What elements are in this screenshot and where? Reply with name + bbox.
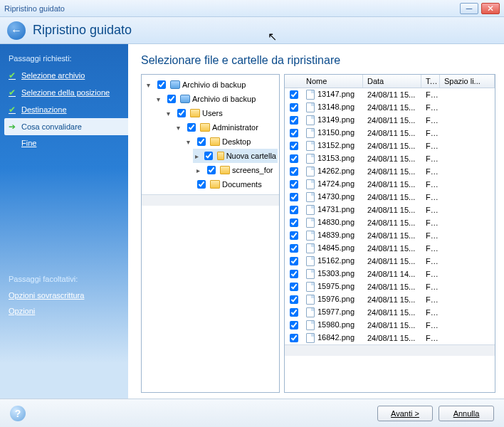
collapse-icon[interactable]: ▾ — [174, 124, 182, 132]
tree-checkbox[interactable] — [157, 80, 166, 89]
column-checkbox[interactable] — [285, 75, 302, 88]
file-row[interactable]: 14724.png24/08/11 15...Fil... — [285, 178, 495, 191]
file-checkbox[interactable] — [290, 206, 298, 214]
file-name: 13149.png — [317, 115, 355, 124]
file-size — [440, 246, 495, 251]
file-row[interactable]: 14262.png24/08/11 15...Fil... — [285, 165, 495, 178]
file-row[interactable]: 15303.png24/08/11 14...Fil... — [285, 268, 495, 280]
column-name[interactable]: Nome — [302, 75, 363, 88]
file-checkbox[interactable] — [290, 193, 298, 201]
file-checkbox[interactable] — [290, 308, 298, 317]
tree-checkbox[interactable] — [187, 123, 196, 132]
column-type[interactable]: T... — [421, 75, 440, 88]
file-icon — [306, 320, 315, 330]
file-name: 15976.png — [317, 295, 355, 303]
back-button[interactable]: ← — [7, 21, 26, 40]
tree-checkbox[interactable] — [177, 109, 186, 117]
file-checkbox[interactable] — [290, 283, 298, 291]
file-checkbox[interactable] — [290, 270, 298, 278]
next-button[interactable]: Avanti > — [377, 406, 433, 421]
file-row[interactable]: 14845.png24/08/11 15...Fil... — [285, 242, 495, 255]
tree-node[interactable]: ▸screens_for — [193, 163, 278, 177]
file-name: 15975.png — [317, 282, 355, 290]
file-checkbox[interactable] — [290, 129, 298, 137]
column-date[interactable]: Data — [363, 75, 421, 88]
file-row[interactable]: 13150.png24/08/11 15...Fil... — [285, 127, 495, 139]
tree-node[interactable]: ▾Archivio di backup — [143, 78, 278, 92]
file-checkbox[interactable] — [290, 116, 298, 125]
tree-checkbox[interactable] — [204, 152, 213, 160]
horizontal-scrollbar[interactable] — [142, 194, 279, 206]
collapse-icon[interactable]: ▾ — [184, 138, 192, 146]
collapse-icon[interactable]: ▾ — [154, 95, 162, 103]
file-checkbox[interactable] — [290, 180, 298, 189]
file-row[interactable]: 15980.png24/08/11 15...Fil... — [285, 319, 495, 332]
file-checkbox[interactable] — [290, 334, 298, 342]
file-checkbox[interactable] — [290, 142, 298, 150]
file-icon — [306, 243, 315, 253]
tree-checkbox[interactable] — [197, 180, 206, 189]
minimize-button[interactable]: ─ — [460, 3, 478, 14]
file-row[interactable]: 13149.png24/08/11 15...Fil... — [285, 114, 495, 127]
file-checkbox[interactable] — [290, 167, 298, 176]
file-checkbox[interactable] — [290, 295, 298, 304]
file-name: 15303.png — [317, 269, 355, 278]
tree-checkbox[interactable] — [207, 166, 216, 174]
cancel-button[interactable]: Annulla — [439, 406, 494, 421]
expand-icon[interactable]: ▸ — [194, 152, 199, 160]
file-checkbox[interactable] — [290, 218, 298, 227]
file-row[interactable]: 15976.png24/08/11 15...Fil... — [285, 293, 495, 306]
folder-icon — [220, 166, 230, 174]
file-icon — [306, 154, 315, 164]
file-row[interactable]: 15977.png24/08/11 15...Fil... — [285, 306, 495, 319]
tree-node[interactable]: ▾Desktop — [183, 135, 278, 149]
collapse-icon[interactable]: ▾ — [145, 81, 152, 89]
file-checkbox[interactable] — [290, 244, 298, 253]
column-size[interactable]: Spazio li... — [440, 75, 495, 88]
file-size — [440, 272, 495, 276]
file-checkbox[interactable] — [290, 231, 298, 240]
tree-node[interactable]: ▾Users — [163, 106, 278, 120]
close-button[interactable]: ✕ — [481, 3, 500, 14]
file-type: Fil... — [421, 280, 440, 293]
file-row[interactable]: 14731.png24/08/11 15...Fil... — [285, 204, 495, 216]
file-row[interactable]: 14830.png24/08/11 15...Fil... — [285, 216, 495, 229]
file-checkbox[interactable] — [290, 257, 298, 265]
step-options[interactable]: Opzioni — [0, 303, 128, 319]
step-validate[interactable]: ➔ Cosa convalidare — [4, 118, 128, 135]
file-row[interactable]: 14839.png24/08/11 15...Fil... — [285, 229, 495, 242]
collapse-icon[interactable]: ▾ — [164, 110, 172, 117]
step-finish[interactable]: Fine — [0, 135, 128, 151]
file-row[interactable]: 13153.png24/08/11 15...Fil... — [285, 152, 495, 165]
file-row[interactable]: 14730.png24/08/11 15...Fil... — [285, 191, 495, 204]
help-button[interactable]: ? — [10, 406, 26, 421]
step-select-archive[interactable]: ✔ Selezione archivio — [0, 67, 128, 84]
file-row[interactable]: 13152.png24/08/11 15...Fil... — [285, 139, 495, 152]
file-row[interactable]: 15975.png24/08/11 15...Fil... — [285, 280, 495, 293]
tree-node[interactable]: ▾Archivio di backup — [153, 92, 278, 106]
file-row[interactable]: 16842.png24/08/11 15...Fil... — [285, 332, 495, 344]
file-row[interactable]: 15162.png24/08/11 15...Fil... — [285, 255, 495, 268]
step-overwrite-options[interactable]: Opzioni sovrascrittura — [0, 288, 128, 303]
tree-node[interactable]: Documents — [183, 177, 278, 191]
file-checkbox[interactable] — [290, 154, 298, 163]
expand-icon[interactable]: ▸ — [194, 167, 202, 174]
folder-icon — [190, 109, 200, 117]
file-type: Fil... — [421, 191, 440, 204]
file-date: 24/08/11 15... — [363, 165, 421, 178]
file-name: 13152.png — [317, 141, 355, 149]
tree-node[interactable]: ▸Nuova cartella — [193, 149, 278, 163]
tree-checkbox[interactable] — [167, 95, 176, 103]
file-type: Fil... — [421, 319, 440, 332]
file-size — [440, 93, 495, 97]
tree-node[interactable]: ▾Administrator — [173, 120, 278, 135]
step-select-location[interactable]: ✔ Selezione della posizione — [0, 84, 128, 101]
step-destination[interactable]: ✔ Destinazione — [0, 101, 128, 118]
file-checkbox[interactable] — [290, 321, 298, 330]
horizontal-scrollbar[interactable] — [285, 344, 495, 356]
file-checkbox[interactable] — [290, 90, 298, 99]
file-checkbox[interactable] — [290, 103, 298, 112]
file-row[interactable]: 13147.png24/08/11 15...Fil... — [285, 88, 495, 101]
tree-checkbox[interactable] — [197, 137, 206, 146]
file-row[interactable]: 13148.png24/08/11 15...Fil... — [285, 101, 495, 114]
